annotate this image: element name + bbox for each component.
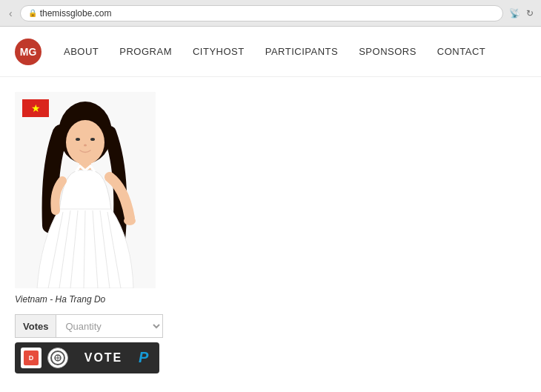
partner-logo-d: D [21,348,42,368]
nav-item-about[interactable]: ABOUT [64,46,99,57]
participant-name: Vietnam - Ha Trang Do [15,294,156,305]
votes-row: Votes Quantity 1 2 3 5 10 [15,314,163,338]
main-content: ★ [0,77,541,388]
nav-items-container: ABOUT PROGRAM CITYHOST PARTICIPANTS SPON… [64,46,485,57]
svg-point-4 [76,138,80,141]
participant-card: ★ [15,92,156,305]
nav-item-participants[interactable]: PARTICIPANTS [265,46,338,57]
nav-item-cityhost[interactable]: CITYHOST [193,46,245,57]
circle-logo-svg [53,353,62,362]
participant-svg [15,92,156,288]
vote-section: Votes Quantity 1 2 3 5 10 D [15,314,163,373]
vote-button-bar[interactable]: D VOTE [15,342,159,373]
logo-text: MG [20,46,37,58]
country-flag: ★ [22,99,49,117]
quantity-select[interactable]: Quantity 1 2 3 5 10 [56,314,163,338]
nav-item-contact[interactable]: CONTACT [437,46,485,57]
svg-point-3 [66,120,104,165]
reload-icon[interactable]: ↻ [525,7,535,20]
d-logo-icon: D [24,351,39,365]
vote-button[interactable]: VOTE [74,351,133,365]
svg-text:P: P [139,349,149,365]
votes-label: Votes [15,314,56,338]
flag-star: ★ [31,103,41,113]
circle-logo-inner [50,351,65,365]
browser-back-button[interactable]: ‹ [6,6,16,21]
svg-point-5 [90,138,95,141]
navigation-bar: MG ABOUT PROGRAM CITYHOST PARTICIPANTS S… [0,27,541,77]
lock-icon: 🔒 [28,9,37,17]
svg-point-14 [124,216,136,225]
browser-actions: 📡 ↻ [508,7,535,20]
website-content: MG ABOUT PROGRAM CITYHOST PARTICIPANTS S… [0,27,541,392]
site-logo[interactable]: MG [15,39,42,65]
nav-item-sponsors[interactable]: SPONSORS [359,46,416,57]
svg-point-6 [84,144,87,147]
cast-icon[interactable]: 📡 [508,7,522,20]
participant-photo [15,92,156,288]
browser-chrome: ‹ 🔒 themissglobe.com 📡 ↻ [0,0,541,27]
nav-item-program[interactable]: PROGRAM [119,46,172,57]
url-text: themissglobe.com [40,8,112,19]
address-bar[interactable]: 🔒 themissglobe.com [20,5,503,21]
participant-photo-container: ★ [15,92,156,288]
partner-logo-circle [47,348,68,368]
paypal-icon: P [139,348,153,369]
